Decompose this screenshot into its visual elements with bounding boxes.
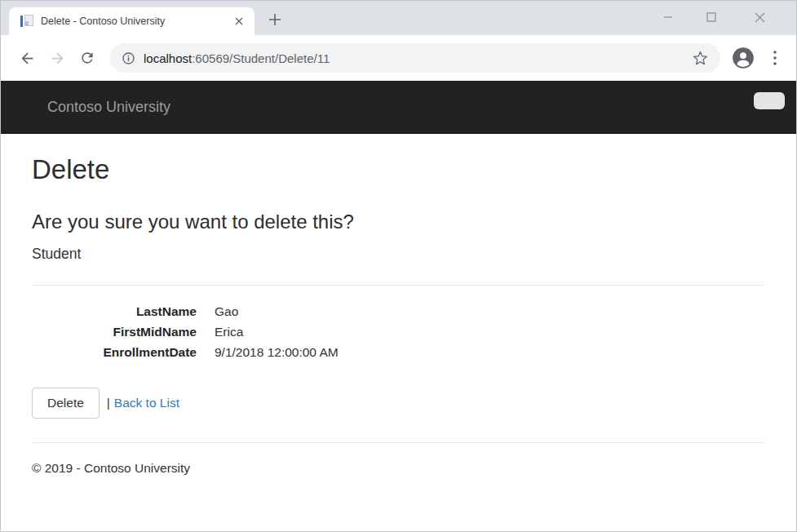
back-arrow-icon: [19, 50, 36, 67]
browser-menu-button[interactable]: [764, 47, 786, 69]
forward-button[interactable]: [43, 44, 71, 72]
url-host: localhost: [144, 51, 192, 65]
field-row: EnrollmentDate 9/1/2018 12:00:00 AM: [32, 342, 764, 362]
star-icon: [693, 51, 708, 66]
new-tab-button[interactable]: [263, 8, 286, 31]
back-button[interactable]: [13, 44, 41, 72]
browser-window: Delete - Contoso University: [0, 0, 797, 532]
url-path: :60569/Student/Delete/11: [192, 51, 330, 65]
tab-close-icon[interactable]: [232, 14, 246, 29]
maximize-button[interactable]: [699, 5, 724, 29]
field-row: FirstMidName Erica: [32, 321, 764, 342]
browser-tab[interactable]: Delete - Contoso University: [9, 7, 255, 35]
action-separator: |: [107, 396, 110, 410]
tab-strip: Delete - Contoso University: [1, 1, 796, 35]
profile-button[interactable]: [731, 46, 755, 70]
reload-button[interactable]: [73, 44, 101, 72]
site-navbar: Contoso University: [1, 81, 796, 134]
window-controls: [649, 1, 796, 33]
maximize-icon: [706, 12, 716, 22]
field-row: LastName Gao: [32, 301, 764, 321]
navbar-brand-link[interactable]: Contoso University: [47, 99, 170, 116]
plus-icon: [269, 14, 281, 25]
entity-heading: Student: [32, 246, 764, 263]
bookmark-star-button[interactable]: [689, 47, 711, 69]
delete-button[interactable]: Delete: [32, 388, 100, 419]
url-text[interactable]: localhost:60569/Student/Delete/11: [144, 51, 689, 65]
field-label: LastName: [32, 301, 197, 321]
confirm-question: Are you sure you want to delete this?: [32, 211, 764, 233]
field-value: Gao: [215, 301, 238, 321]
field-value: 9/1/2018 12:00:00 AM: [215, 342, 339, 362]
three-dots-icon: [773, 51, 777, 65]
footer-text: © 2019 - Contoso University: [32, 461, 764, 476]
site-info-button[interactable]: [122, 51, 135, 65]
page-content: Delete Are you sure you want to delete t…: [1, 154, 796, 476]
browser-toolbar: localhost:60569/Student/Delete/11: [1, 35, 796, 81]
field-value: Erica: [215, 321, 243, 342]
divider-top: [32, 285, 764, 286]
forward-arrow-icon: [49, 50, 66, 67]
back-to-list-link[interactable]: Back to List: [114, 396, 179, 410]
tab-title: Delete - Contoso University: [41, 16, 232, 27]
site-favicon-icon: [20, 15, 33, 28]
divider-bottom: [32, 442, 764, 443]
field-label: EnrollmentDate: [32, 342, 197, 362]
navbar-toggle-button[interactable]: [754, 92, 785, 109]
window-close-button[interactable]: [747, 5, 772, 29]
minimize-icon: [663, 12, 673, 22]
page-title: Delete: [32, 154, 764, 185]
address-bar[interactable]: localhost:60569/Student/Delete/11: [110, 43, 720, 73]
window-close-icon: [755, 12, 765, 23]
field-label: FirstMidName: [32, 321, 197, 342]
avatar-icon: [732, 47, 755, 69]
action-row: Delete | Back to List: [32, 388, 764, 419]
details-list: LastName Gao FirstMidName Erica Enrollme…: [32, 301, 764, 362]
reload-icon: [79, 50, 95, 66]
minimize-button[interactable]: [656, 5, 680, 29]
